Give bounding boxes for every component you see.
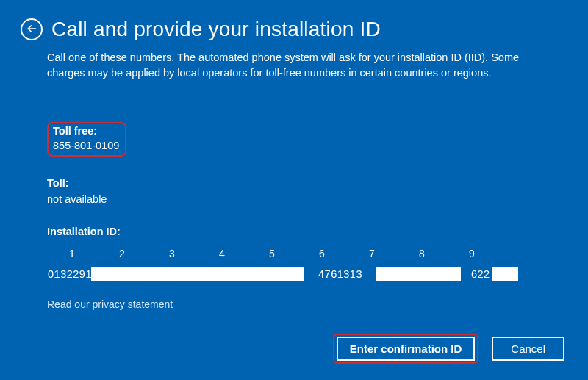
col-header: 5 [247, 248, 297, 259]
back-arrow-icon [26, 23, 37, 37]
id-segment-redacted [492, 267, 518, 281]
instructions-text: Call one of these numbers. The automated… [47, 50, 541, 81]
enter-confirmation-button[interactable]: Enter confirmation ID [337, 337, 476, 361]
id-segment-1: 0132291 [47, 268, 91, 280]
installation-id-label: Installation ID: [47, 226, 541, 237]
col-header: 6 [297, 248, 347, 259]
toll-free-highlight: Toll free: 855-801-0109 [47, 122, 126, 157]
cancel-button[interactable]: Cancel [492, 337, 564, 361]
id-segment-redacted [376, 267, 461, 281]
toll-free-label: Toll free: [53, 125, 119, 137]
id-segment-redacted [91, 267, 304, 281]
col-header: 2 [97, 248, 147, 259]
col-header: 3 [147, 248, 197, 259]
id-segment-8: 622 [461, 268, 492, 280]
page-title: Call and provide your installation ID [51, 18, 381, 41]
toll-free-number: 855-801-0109 [53, 140, 119, 151]
enter-confirmation-highlight: Enter confirmation ID [333, 334, 479, 364]
col-header: 7 [347, 248, 397, 259]
back-button[interactable] [21, 18, 43, 40]
col-header: 8 [397, 248, 447, 259]
toll-value: not available [47, 193, 541, 205]
installation-id-values: 0132291 4761313 622 [47, 267, 541, 281]
col-header: 9 [447, 248, 497, 259]
installation-id-columns: 1 2 3 4 5 6 7 8 9 [47, 248, 541, 259]
col-header: 1 [47, 248, 97, 259]
privacy-link[interactable]: Read our privacy statement [47, 298, 173, 310]
toll-label: Toll: [47, 177, 541, 189]
id-segment-6: 4761313 [304, 268, 376, 280]
col-header: 4 [197, 248, 247, 259]
